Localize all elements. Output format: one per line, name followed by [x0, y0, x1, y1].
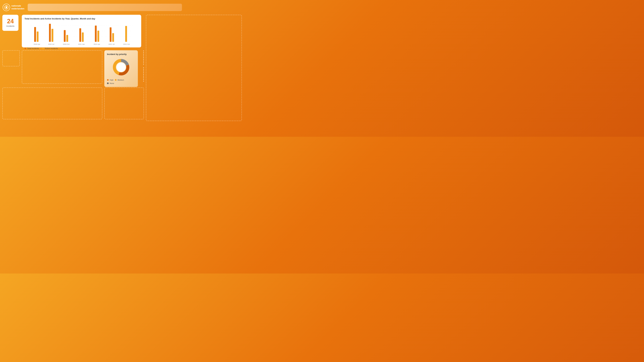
total-incidents-chart: Total Incidents and Active Incidents by …: [22, 15, 141, 47]
legend-none-dot: [107, 82, 109, 84]
logo: nationale nederlanden: [3, 4, 24, 11]
svg-text:2020 Apr: 2020 Apr: [34, 43, 40, 45]
svg-rect-16: [95, 26, 97, 42]
legend-high-dot: [107, 79, 109, 81]
svg-rect-20: [125, 26, 127, 42]
svg-rect-18: [110, 27, 112, 42]
svg-text:2021 Jan: 2021 Jan: [78, 43, 85, 45]
legend-none: None: [107, 82, 135, 84]
svg-rect-12: [64, 30, 66, 42]
incidents-number: 24: [7, 18, 14, 24]
svg-point-31: [116, 62, 126, 72]
svg-text:2021 Oct: 2021 Oct: [123, 43, 130, 45]
small-box-bottom: [143, 67, 144, 82]
right-panel: [146, 15, 242, 121]
legend-medium-label: Medium: [118, 79, 124, 81]
empty-box-row2-col1: [2, 50, 20, 66]
svg-text:2020 Oct: 2020 Oct: [63, 43, 70, 45]
bottom-box-left: [2, 87, 102, 119]
legend-active: Active Incidents: [42, 47, 58, 49]
incidents-count-card: 24 Incidents: [2, 15, 18, 31]
priority-chart-container: Incident by priority: [104, 50, 141, 87]
svg-rect-19: [112, 33, 114, 42]
svg-point-1: [6, 6, 7, 8]
empty-box-row2-left: [22, 50, 102, 84]
svg-rect-13: [66, 35, 68, 42]
svg-rect-14: [79, 28, 81, 42]
priority-legend: High Medium None: [107, 79, 135, 84]
svg-rect-15: [82, 32, 84, 42]
legend-high: High: [107, 79, 114, 81]
svg-rect-10: [49, 24, 51, 42]
donut-chart: [107, 57, 135, 77]
svg-rect-9: [37, 31, 38, 42]
svg-text:2021 Apr: 2021 Apr: [94, 43, 100, 45]
header: nationale nederlanden: [0, 0, 244, 15]
svg-rect-17: [98, 31, 99, 42]
legend-total: Total Incidents: [24, 47, 39, 49]
small-box-top: [143, 50, 144, 65]
legend-none-label: None: [110, 82, 114, 84]
small-boxes-col4: [143, 50, 144, 85]
chart-svg: 2020 Apr 2020 Jul 2020 Oct 2021 Jan 2021…: [24, 22, 138, 45]
donut-svg: [111, 57, 131, 77]
legend-total-label: Total Incidents: [27, 47, 39, 49]
legend-medium: Medium: [115, 79, 124, 81]
bottom-box-middle: [104, 87, 144, 119]
priority-card: Incident by priority: [104, 50, 138, 87]
chart-area: 2020 Apr 2020 Jul 2020 Oct 2021 Jan 2021…: [24, 22, 138, 49]
priority-title: Incident by priority: [107, 53, 135, 55]
legend-high-label: High: [110, 79, 114, 81]
legend-medium-dot: [115, 79, 116, 81]
svg-rect-8: [34, 27, 36, 42]
incidents-label: Incidents: [6, 25, 14, 27]
search-bar[interactable]: [28, 4, 182, 11]
svg-text:2020 Jul: 2020 Jul: [48, 43, 54, 45]
legend-active-dot: [42, 48, 44, 49]
legend-total-dot: [24, 48, 26, 49]
logo-text: nationale nederlanden: [12, 4, 24, 10]
chart-title: Total Incidents and Active Incidents by …: [24, 17, 138, 20]
legend-active-label: Active Incidents: [45, 47, 58, 49]
logo-icon: [3, 4, 10, 11]
chart-legend: Total Incidents Active Incidents: [24, 47, 138, 49]
svg-rect-11: [52, 29, 53, 42]
svg-text:2021 Jul: 2021 Jul: [108, 43, 114, 45]
